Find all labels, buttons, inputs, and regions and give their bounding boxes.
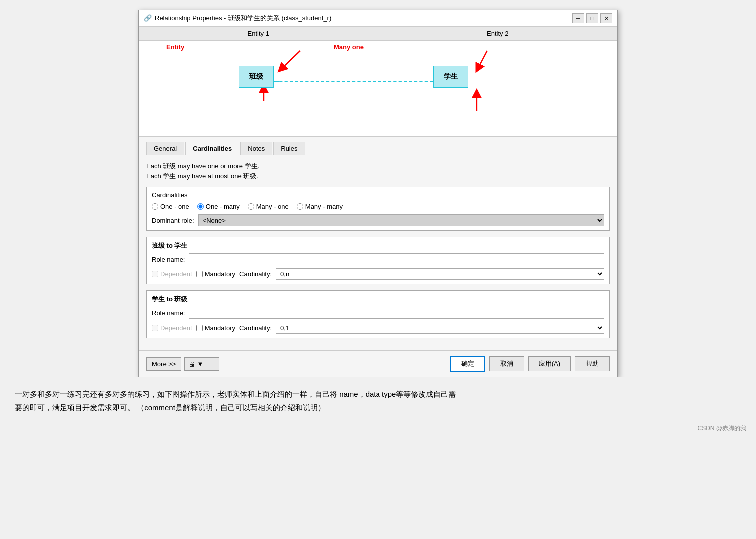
confirm-label: 确定 xyxy=(461,360,474,367)
role1-mandatory-label: Mandatory xyxy=(205,270,235,278)
content-area: Each 班级 may have one or more 学生. Each 学生… xyxy=(139,155,617,350)
role1-group: 班级 to 学生 Role name: Dependent Mandatory xyxy=(146,237,610,284)
role2-cardinality-select[interactable]: 0,1 xyxy=(276,322,604,334)
dialog-body: Entity 1 Entity 2 xyxy=(139,27,617,377)
tabs-row: General Cardinalities Notes Rules xyxy=(146,142,610,155)
role2-dependent-label: Dependent xyxy=(160,324,192,332)
dialog-title-text: Relationship Properties - 班级和学生的关系 (clas… xyxy=(155,14,331,23)
footer-left: More >> 🖨 ▼ xyxy=(146,357,446,371)
title-left: 🔗 Relationship Properties - 班级和学生的关系 (cl… xyxy=(144,14,331,23)
bottom-line2: 要的即可，满足项目开发需求即可。 （comment是解释说明，自己可以写相关的介… xyxy=(15,401,741,414)
confirm-button[interactable]: 确定 xyxy=(450,356,485,372)
dialog-window: 🔗 Relationship Properties - 班级和学生的关系 (cl… xyxy=(138,10,618,377)
print-button[interactable]: 🖨 ▼ xyxy=(184,357,219,371)
cardinality-radio-row: One - one One - many Many - one Man xyxy=(152,203,604,210)
role1-options-row: Dependent Mandatory Cardinality: 0,n xyxy=(152,268,604,280)
maximize-button[interactable]: □ xyxy=(586,13,598,23)
dominant-role-label: Dominant role: xyxy=(152,217,194,224)
entity-annotation-label: Entity xyxy=(166,43,184,51)
cancel-label: 取消 xyxy=(500,360,513,367)
role2-dependent-check[interactable]: Dependent xyxy=(152,324,192,332)
role1-mandatory-check[interactable]: Mandatory xyxy=(196,270,235,278)
role2-mandatory-check[interactable]: Mandatory xyxy=(196,324,235,332)
entity2-header: Entity 2 xyxy=(378,27,618,40)
connector-svg xyxy=(139,41,617,126)
dialog-icon: 🔗 xyxy=(144,14,152,22)
role2-cardinality-label: Cardinality: xyxy=(239,324,272,332)
apply-button[interactable]: 应用(A) xyxy=(528,356,571,371)
print-icon: 🖨 xyxy=(189,360,195,368)
entity-area: Entity 1 Entity 2 xyxy=(139,27,617,137)
role2-mandatory-label: Mandatory xyxy=(205,324,235,332)
dominant-role-select[interactable]: <None> xyxy=(198,214,604,226)
cardinalities-title: Cardinalities xyxy=(152,191,604,199)
dominant-role-row: Dominant role: <None> xyxy=(152,214,604,226)
more-button[interactable]: More >> xyxy=(146,357,181,371)
role1-cardinality-label: Cardinality: xyxy=(239,270,272,278)
role1-name-input[interactable] xyxy=(189,253,604,265)
many-one-annotation: Many one xyxy=(334,43,364,51)
entity2-box[interactable]: 学生 xyxy=(433,66,468,88)
dialog-footer: More >> 🖨 ▼ 确定 取消 应用(A) xyxy=(139,350,617,377)
apply-label: 应用(A) xyxy=(539,360,560,367)
desc-line2: Each 学生 may have at most one 班级. xyxy=(146,171,610,181)
tabs-area: General Cardinalities Notes Rules xyxy=(139,137,617,155)
description-text: Each 班级 may have one or more 学生. Each 学生… xyxy=(146,161,610,181)
help-button[interactable]: 帮助 xyxy=(575,356,610,371)
tab-general[interactable]: General xyxy=(146,142,184,155)
tab-cardinalities[interactable]: Cardinalities xyxy=(185,142,239,155)
role2-options-row: Dependent Mandatory Cardinality: 0,1 xyxy=(152,322,604,334)
role2-name-label: Role name: xyxy=(152,309,185,317)
role2-name-input[interactable] xyxy=(189,307,604,319)
dialog-titlebar: 🔗 Relationship Properties - 班级和学生的关系 (cl… xyxy=(139,10,617,27)
tab-rules[interactable]: Rules xyxy=(273,142,305,155)
print-dropdown-icon: ▼ xyxy=(197,360,203,368)
page-container: 🔗 Relationship Properties - 班级和学生的关系 (cl… xyxy=(0,0,756,539)
csdn-watermark: CSDN @赤脚的我 xyxy=(0,424,756,438)
role2-name-row: Role name: xyxy=(152,307,604,319)
entity-diagram: 班级 学生 Entity Many one xyxy=(139,41,617,126)
cardinalities-group: Cardinalities One - one One - many Ma xyxy=(146,187,610,231)
role1-dependent-check[interactable]: Dependent xyxy=(152,270,192,278)
radio-one-many[interactable]: One - many xyxy=(197,203,240,210)
entity-headers: Entity 1 Entity 2 xyxy=(139,27,617,41)
cancel-button[interactable]: 取消 xyxy=(489,356,524,371)
help-label: 帮助 xyxy=(586,360,599,367)
entity1-box[interactable]: 班级 xyxy=(239,66,274,88)
bottom-line1: 一对多和多对一练习完还有多对多的练习，如下图操作所示，老师实体和上面介绍的一样，… xyxy=(15,387,741,401)
radio-many-many[interactable]: Many - many xyxy=(297,203,343,210)
role2-group-title: 学生 to 班级 xyxy=(152,295,604,304)
entity2-label: 学生 xyxy=(444,72,458,80)
role1-group-title: 班级 to 学生 xyxy=(152,241,604,250)
role1-cardinality-select[interactable]: 0,n xyxy=(276,268,604,280)
more-label: More >> xyxy=(152,360,176,368)
close-button[interactable]: ✕ xyxy=(600,13,612,23)
role1-name-label: Role name: xyxy=(152,256,185,263)
radio-many-one[interactable]: Many - one xyxy=(248,203,289,210)
role1-dependent-label: Dependent xyxy=(160,270,192,278)
role2-group: 学生 to 班级 Role name: Dependent Mandatory xyxy=(146,290,610,338)
role1-name-row: Role name: xyxy=(152,253,604,265)
tab-notes[interactable]: Notes xyxy=(240,142,272,155)
radio-one-one[interactable]: One - one xyxy=(152,203,189,210)
svg-line-4 xyxy=(477,51,487,71)
minimize-button[interactable]: ─ xyxy=(572,13,584,23)
entity1-label: 班级 xyxy=(249,72,263,80)
svg-line-2 xyxy=(279,51,300,71)
entity1-header: Entity 1 xyxy=(139,27,378,40)
desc-line1: Each 班级 may have one or more 学生. xyxy=(146,161,610,171)
footer-right: 确定 取消 应用(A) 帮助 xyxy=(450,356,610,372)
title-buttons: ─ □ ✕ xyxy=(572,13,612,23)
bottom-text-area: 一对多和多对一练习完还有多对多的练习，如下图操作所示，老师实体和上面介绍的一样，… xyxy=(0,377,756,424)
